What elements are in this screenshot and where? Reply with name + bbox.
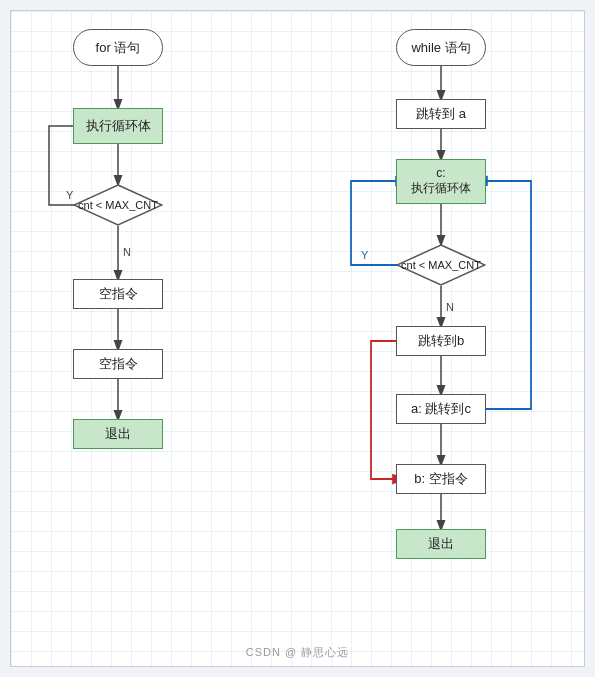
- svg-text:N: N: [446, 301, 454, 313]
- right-jump-c: a: 跳转到c: [396, 394, 486, 424]
- left-exit: 退出: [73, 419, 163, 449]
- left-loop-body: 执行循环体: [73, 108, 163, 144]
- while-title: while 语句: [396, 29, 486, 66]
- right-condition: cnt < MAX_CNT: [396, 244, 486, 286]
- right-jump-b: 跳转到b: [396, 326, 486, 356]
- left-condition: cnt < MAX_CNT: [73, 184, 163, 226]
- canvas: N Y N Y: [10, 10, 585, 667]
- left-nop2: 空指令: [73, 349, 163, 379]
- svg-text:N: N: [123, 246, 131, 258]
- left-nop1: 空指令: [73, 279, 163, 309]
- right-exit: 退出: [396, 529, 486, 559]
- right-nop: b: 空指令: [396, 464, 486, 494]
- right-jump-a-top: 跳转到 a: [396, 99, 486, 129]
- for-title: for 语句: [73, 29, 163, 66]
- svg-text:Y: Y: [361, 249, 369, 261]
- right-loop-body: c: 执行循环体: [396, 159, 486, 204]
- watermark: CSDN @ 静思心远: [246, 645, 349, 660]
